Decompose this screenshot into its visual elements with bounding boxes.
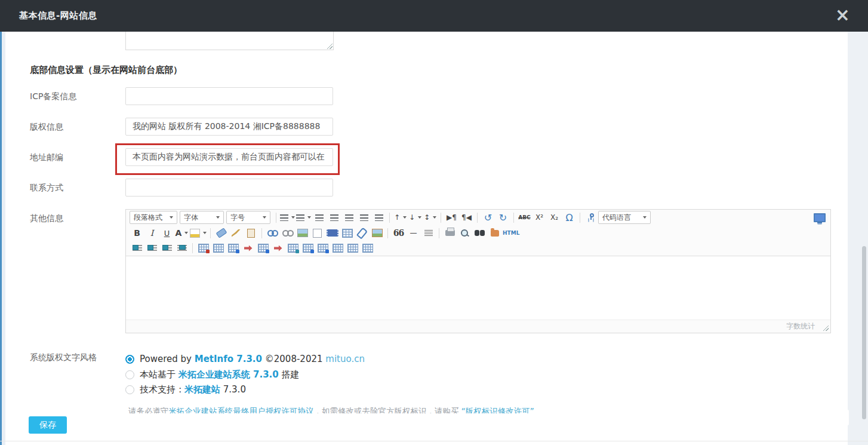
- margin-top-button[interactable]: ↑: [393, 211, 408, 224]
- underline-button[interactable]: U: [159, 226, 174, 240]
- close-icon[interactable]: ×: [835, 6, 850, 24]
- superscript-button[interactable]: X²: [532, 211, 547, 224]
- image-float-center-button[interactable]: [144, 242, 159, 255]
- html-source-icon: HTML: [503, 230, 519, 236]
- paste-as-text-button[interactable]: [244, 226, 258, 240]
- paragraph-format-select[interactable]: 段落格式: [130, 211, 177, 224]
- remove-link-button[interactable]: [280, 226, 295, 240]
- delete-table-button[interactable]: [196, 242, 211, 255]
- image-float-left-icon: [133, 245, 142, 252]
- insert-table-button[interactable]: [340, 226, 355, 240]
- copyright-option-3[interactable]: 技术支持：米拓建站 7.3.0: [125, 383, 246, 396]
- split-rows-button[interactable]: [345, 242, 360, 255]
- remove-format-button[interactable]: [214, 226, 229, 240]
- template-button[interactable]: [487, 226, 502, 240]
- copyright-option-2[interactable]: 本站基于 米拓企业建站系统 7.3.0 搭建: [125, 368, 300, 381]
- redo-button[interactable]: ↻: [495, 211, 510, 224]
- insert-column-right-button[interactable]: [300, 242, 315, 255]
- section-heading: 底部信息设置（显示在网站前台底部）: [30, 65, 182, 76]
- option-link[interactable]: MetInfo 7.3.0: [195, 354, 262, 364]
- font-family-select[interactable]: 字体: [180, 211, 224, 224]
- icp-input[interactable]: [125, 87, 333, 105]
- italic-button[interactable]: I: [144, 226, 159, 240]
- horizontal-rule-button[interactable]: —: [406, 226, 421, 240]
- insert-column-left-button[interactable]: [241, 242, 256, 255]
- insert-link-button[interactable]: [265, 226, 280, 240]
- text-direction-ltr-button[interactable]: ▶¶: [444, 211, 459, 224]
- clipped-textarea[interactable]: [125, 32, 334, 50]
- unordered-list-button[interactable]: [296, 211, 312, 224]
- insert-image-button[interactable]: [295, 226, 310, 240]
- option-link[interactable]: 米拓企业建站系统 7.3.0: [178, 369, 279, 380]
- page-break-button[interactable]: [421, 226, 436, 240]
- merge-cells-button[interactable]: [330, 242, 345, 255]
- code-language-select[interactable]: 代码语言: [598, 211, 651, 224]
- ordered-list-button[interactable]: [279, 211, 296, 224]
- anchor-button[interactable]: [583, 211, 598, 224]
- radio-button[interactable]: [125, 385, 134, 394]
- save-button[interactable]: 保存: [29, 416, 67, 434]
- align-left-button[interactable]: [327, 211, 341, 224]
- image-float-right-button[interactable]: [159, 242, 174, 255]
- align-justify-button[interactable]: [371, 211, 386, 224]
- insert-attachment-button[interactable]: [355, 226, 370, 240]
- find-replace-icon: [475, 229, 485, 237]
- clear-document-button[interactable]: [229, 226, 244, 240]
- table-properties-button[interactable]: [211, 242, 226, 255]
- print-button[interactable]: [442, 226, 457, 240]
- contact-input[interactable]: [125, 179, 333, 197]
- editor-resize-grip-icon[interactable]: [822, 324, 829, 331]
- text-direction-rtl-button[interactable]: ¶◀: [459, 211, 474, 224]
- font-size-select-label: 字号: [230, 213, 245, 223]
- chevron-down-icon: [643, 216, 647, 219]
- bold-button[interactable]: B: [130, 226, 144, 240]
- html-source-button[interactable]: HTML: [502, 226, 520, 240]
- insert-row-below-button[interactable]: [315, 242, 330, 255]
- image-float-right-icon: [162, 245, 172, 252]
- cell-properties-button[interactable]: [285, 242, 300, 255]
- copyright-option-1[interactable]: Powered by MetInfo 7.3.0 ©2008-2021 mitu…: [125, 352, 365, 366]
- subscript-button[interactable]: X₂: [547, 211, 562, 224]
- preview-button[interactable]: [457, 226, 472, 240]
- split-columns-button[interactable]: [360, 242, 375, 255]
- copyright-input[interactable]: [125, 118, 333, 136]
- insert-column-button[interactable]: [256, 242, 270, 255]
- find-replace-button[interactable]: [472, 226, 487, 240]
- indent-button[interactable]: [312, 211, 327, 224]
- strikethrough-button[interactable]: ABC: [517, 211, 532, 224]
- align-center-button[interactable]: [341, 211, 356, 224]
- toolbar-separator: [439, 228, 439, 238]
- toolbar-separator: [210, 228, 211, 238]
- fullscreen-button[interactable]: [812, 211, 827, 224]
- license-link[interactable]: “版权标识修改许可”: [461, 406, 534, 413]
- blockquote-button[interactable]: 66: [391, 226, 406, 240]
- split-rows-icon: [347, 244, 358, 253]
- editor-content-area[interactable]: [126, 256, 830, 320]
- font-family-select-label: 字体: [184, 213, 198, 223]
- delete-row-button[interactable]: [270, 242, 285, 255]
- margin-bottom-button[interactable]: ↓: [408, 211, 423, 224]
- image-float-left-button[interactable]: [130, 242, 144, 255]
- highlight-color-button[interactable]: [189, 226, 207, 240]
- other-info-label: 其他信息: [30, 209, 119, 227]
- align-right-button[interactable]: [356, 211, 371, 224]
- undo-button[interactable]: ↺: [481, 211, 495, 224]
- option-link[interactable]: mituo.cn: [325, 354, 365, 364]
- insert-video-button[interactable]: [325, 226, 340, 240]
- image-inline-button[interactable]: [174, 242, 189, 255]
- insert-row-above-button[interactable]: [226, 242, 241, 255]
- resize-grip-icon[interactable]: [326, 42, 333, 49]
- insert-media-icon: [372, 229, 383, 237]
- scrollbar-thumb[interactable]: [862, 246, 866, 419]
- import-from-word-button[interactable]: [310, 226, 325, 240]
- special-character-button[interactable]: Ω: [562, 211, 577, 224]
- line-height-button[interactable]: ↕: [423, 211, 438, 224]
- radio-button[interactable]: [125, 355, 134, 364]
- license-link[interactable]: 米拓企业建站系统最终用户授权许可协议: [169, 406, 314, 413]
- font-size-select[interactable]: 字号: [226, 211, 270, 224]
- insert-media-button[interactable]: [370, 226, 384, 240]
- radio-button[interactable]: [125, 370, 134, 379]
- address-zip-input[interactable]: [125, 148, 333, 166]
- option-link[interactable]: 米拓建站: [184, 384, 220, 395]
- font-color-button[interactable]: A: [174, 226, 189, 240]
